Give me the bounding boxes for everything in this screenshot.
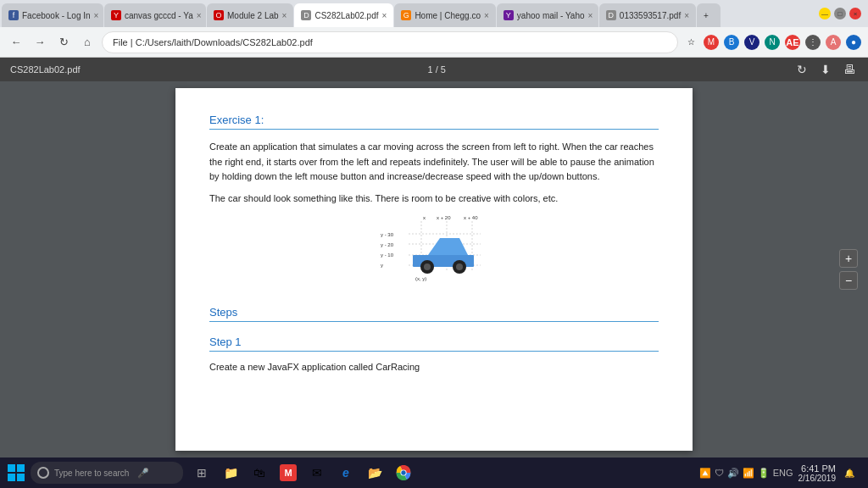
mail-icon: ✉ (309, 464, 326, 481)
tab-close-cs282lab[interactable]: × (382, 11, 387, 20)
exercise-body1: Create an application that simulates a c… (209, 140, 659, 185)
start-button[interactable] (3, 460, 29, 485)
label-x20: x + 20 (437, 215, 451, 220)
step1-title: Step 1 (209, 336, 659, 352)
search-placeholder-text: Type here to search (54, 469, 129, 478)
address-right-icons: ☆ M B V N AE ⋮ A ● (683, 35, 861, 50)
tab-cs282lab[interactable]: D CS282Lab02.pdf × (294, 3, 393, 27)
tray-arrow-icon[interactable]: 🔼 (699, 468, 711, 479)
browser-icon-blue: B (724, 35, 739, 50)
zoom-out-button[interactable]: − (839, 271, 858, 290)
svg-marker-8 (428, 238, 468, 255)
explorer2-icon: 📂 (366, 464, 383, 481)
clock: 6:41 PM 2/16/2019 (798, 463, 837, 483)
edge-button[interactable]: e (332, 460, 359, 485)
tab-close-chegg[interactable]: × (484, 11, 489, 20)
pdf-rotate-button[interactable]: ↻ (793, 61, 810, 78)
window-controls: — □ × (812, 8, 868, 19)
tab-yahoo[interactable]: Y yahoo mail - Yaho × (497, 3, 598, 27)
pdf-download-button[interactable]: ⬇ (817, 61, 834, 78)
minimize-button[interactable]: — (819, 8, 831, 19)
profile-avatar2[interactable]: ● (846, 35, 861, 50)
forward-button[interactable]: → (31, 33, 49, 52)
edge-icon: e (337, 464, 354, 481)
new-tab-button[interactable]: + (697, 3, 721, 27)
tab-close-pdf2[interactable]: × (684, 11, 689, 20)
label-y10: y - 10 (381, 252, 394, 258)
windows-logo-icon (8, 464, 25, 481)
pdf-toolbar: CS282Lab02.pdf 1 / 5 ↻ ⬇ 🖶 (0, 58, 868, 81)
pdf-title: CS282Lab02.pdf (10, 64, 81, 75)
label-y20: y - 20 (381, 242, 394, 247)
tab-favicon-canvas: Y (111, 10, 121, 20)
exercise-title: Exercise 1: (209, 114, 659, 130)
tab-close-canvas[interactable]: × (197, 11, 202, 20)
step1-body: Create a new JavaFX application called C… (209, 360, 659, 375)
maximize-button[interactable]: □ (834, 8, 846, 19)
file-explorer-icon: 📁 (222, 464, 239, 481)
tab-label-pdf2: 0133593517.pdf (620, 11, 681, 20)
task-view-button[interactable]: ⊞ (188, 460, 215, 485)
close-button[interactable]: × (849, 8, 861, 19)
home-button[interactable]: ⌂ (78, 33, 97, 52)
notification-button[interactable]: 🔔 (841, 464, 858, 481)
svg-point-10 (424, 263, 431, 270)
file-explorer-button[interactable]: 📁 (217, 460, 244, 485)
tab-close-module2[interactable]: × (282, 11, 287, 20)
back-button[interactable]: ← (7, 33, 25, 52)
chrome-button[interactable] (390, 460, 417, 485)
address-bar: ← → ↻ ⌂ ☆ M B V N AE ⋮ A ● (0, 27, 868, 58)
svg-point-19 (401, 470, 405, 474)
tab-label-canvas: canvas gcccd - Ya (125, 11, 193, 20)
tab-favicon-cs282lab: D (301, 10, 311, 20)
label-x: x (423, 215, 426, 220)
tab-close-facebook[interactable]: × (94, 11, 99, 20)
tray-shield-icon: 🛡 (715, 468, 724, 478)
system-tray: 🔼 🛡 🔊 📶 🔋 ENG (699, 468, 793, 479)
network-icon[interactable]: 📶 (743, 468, 754, 479)
search-bar[interactable]: Type here to search 🎤 (31, 462, 183, 484)
tab-favicon-chegg: G (401, 10, 411, 20)
search-icon (37, 467, 49, 479)
car-svg: x x + 20 x + 40 y - 30 y - 20 y - 10 y (379, 213, 489, 289)
steps-title: Steps (209, 306, 659, 322)
mail-button[interactable]: ✉ (303, 460, 331, 485)
tab-label-module2: Module 2 Lab (227, 11, 279, 20)
task-view-icon: ⊞ (193, 464, 210, 481)
chrome-icon (395, 464, 412, 481)
extensions-icon[interactable]: ⋮ (805, 35, 821, 50)
svg-point-12 (456, 263, 463, 270)
zoom-in-button[interactable]: + (839, 249, 858, 268)
address-input[interactable] (102, 31, 678, 53)
label-y: y (381, 263, 383, 268)
new-tab-icon: + (704, 11, 709, 20)
tab-module2[interactable]: O Module 2 Lab × (207, 3, 293, 27)
profile-avatar[interactable]: A (826, 35, 841, 50)
tab-canvas[interactable]: Y canvas gcccd - Ya × (104, 3, 206, 27)
tab-facebook[interactable]: f Facebook - Log In × (2, 3, 103, 27)
clock-date: 2/16/2019 (798, 474, 837, 483)
notification-icon: 🔔 (844, 469, 854, 478)
store-button[interactable]: 🛍 (246, 460, 273, 485)
tab-favicon-facebook: f (8, 10, 19, 20)
tab-label-chegg: Home | Chegg.co (415, 11, 481, 20)
tab-chegg[interactable]: G Home | Chegg.co × (394, 3, 495, 27)
reload-button[interactable]: ↻ (54, 33, 73, 52)
mcafee-taskbar-button[interactable]: M (275, 460, 302, 485)
tab-pdf2[interactable]: D 0133593517.pdf × (599, 3, 696, 27)
microphone-icon: 🎤 (137, 468, 149, 479)
taskbar-items: ⊞ 📁 🛍 M ✉ e 📂 (188, 460, 417, 485)
store-icon: 🛍 (251, 464, 268, 481)
title-bar: f Facebook - Log In × Y canvas gcccd - Y… (0, 0, 868, 27)
svg-rect-15 (8, 474, 15, 481)
pdf-print-button[interactable]: 🖶 (841, 61, 858, 78)
volume-icon[interactable]: 🔊 (727, 468, 739, 479)
pdf-page: Exercise 1: Create an application that s… (175, 88, 693, 451)
clock-time: 6:41 PM (798, 463, 837, 474)
label-xy: (x, y) (415, 276, 426, 281)
svg-rect-14 (17, 464, 25, 472)
bookmark-icon[interactable]: ☆ (683, 35, 698, 50)
taskbar-right: 🔼 🛡 🔊 📶 🔋 ENG 6:41 PM 2/16/2019 🔔 (699, 463, 865, 483)
tab-close-yahoo[interactable]: × (588, 11, 593, 20)
explorer2-button[interactable]: 📂 (361, 460, 388, 485)
